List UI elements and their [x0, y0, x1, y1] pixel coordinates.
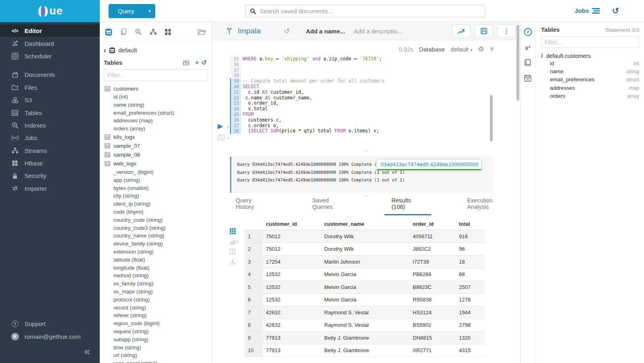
code-line-23[interactable]: 23 o.order_id,: [230, 101, 496, 106]
column-item[interactable]: time (string): [104, 344, 208, 352]
column-item[interactable]: longitude (float): [104, 264, 208, 272]
global-search[interactable]: [245, 5, 485, 17]
sidebar-item-security[interactable]: Security: [0, 169, 100, 182]
download-icon[interactable]: [230, 259, 239, 264]
column-item[interactable]: client_ip (string): [104, 200, 208, 208]
sidebar-item-hbase[interactable]: HBase: [0, 157, 100, 169]
result-row[interactable]: 842632Raymond S. VestalBS59022798: [245, 319, 485, 332]
assist-active-table[interactable]: i default.customers: [541, 53, 639, 59]
column-item[interactable]: orders (array): [104, 125, 208, 133]
column-item[interactable]: bytes (smallint): [104, 184, 208, 192]
column-item[interactable]: region_code (bigint): [104, 320, 208, 328]
functions-icon[interactable]: x²: [525, 44, 530, 51]
code-line-26[interactable]: 26 customers c,: [230, 118, 496, 123]
result-row[interactable]: 317254Martin JohnsonI72T3918: [245, 256, 485, 268]
database-source-icon[interactable]: [105, 28, 113, 36]
help-icon[interactable]: ?: [490, 46, 494, 53]
result-row[interactable]: 512532Melvin GarciaB8623C2507: [245, 281, 485, 294]
apps-grid-icon[interactable]: [165, 29, 171, 35]
sitemap-browse-icon[interactable]: [150, 29, 157, 35]
column-item[interactable]: latitude (float): [104, 256, 208, 264]
sidebar-item-support[interactable]: ? Support: [0, 318, 100, 330]
column-header-customer_name[interactable]: customer_name: [321, 221, 409, 227]
sidebar-item-importer[interactable]: Importer: [0, 182, 100, 195]
tab-execution-analysis[interactable]: Execution Analysis: [460, 197, 520, 215]
code-line-25[interactable]: 25FROM: [230, 112, 496, 118]
sidebar-item-tables[interactable]: Tables: [0, 106, 100, 119]
editor-scrollbar[interactable]: [490, 95, 493, 141]
column-item[interactable]: protocol (string): [104, 296, 208, 304]
result-row[interactable]: 175012Dorothy Wilk4056711918: [245, 230, 485, 243]
code-line-21[interactable]: 21 c.id AS customer_id,: [230, 90, 496, 95]
settings-gear-icon[interactable]: ⚙: [478, 45, 484, 54]
code-line-17[interactable]: 17: [230, 68, 496, 73]
column-header-order_id[interactable]: order_id: [409, 221, 456, 227]
tab-saved-queries[interactable]: Saved Queries: [305, 197, 356, 215]
jobs-link[interactable]: Jobs: [574, 7, 600, 14]
refresh-icon[interactable]: ↺: [202, 60, 207, 66]
code-line-24[interactable]: 24 v.total: [230, 106, 496, 112]
result-row[interactable]: 742632Raymond S. VestalHS31241944: [245, 306, 485, 319]
column-item[interactable]: country_code (string): [104, 216, 208, 224]
columns-view-icon[interactable]: [230, 249, 239, 254]
code-line-22[interactable]: 22 c.name AS customer_name,: [230, 95, 496, 101]
code-line-19[interactable]: 19-- Compute total amount per order for …: [230, 78, 496, 84]
column-item[interactable]: url (string): [104, 351, 208, 359]
chart-button[interactable]: [452, 25, 470, 38]
tab-results-106-[interactable]: Results (106): [385, 197, 431, 215]
assist-column-addresses[interactable]: addressesmap: [541, 84, 639, 92]
table-item-sample_07[interactable]: sample_07: [104, 142, 208, 151]
table-item-web_logs[interactable]: web_logs: [104, 159, 208, 168]
open-folder-icon[interactable]: [198, 28, 206, 35]
assist-column-id[interactable]: idint: [541, 59, 639, 67]
sidebar-item-jobs[interactable]: Jobs: [0, 132, 100, 144]
sidebar-item-s3[interactable]: S3: [0, 94, 100, 106]
chart-view-icon[interactable]: ▾: [230, 239, 239, 244]
assist-filter-input[interactable]: [541, 36, 639, 48]
add-table-icon[interactable]: +: [195, 60, 199, 66]
tab-query-history[interactable]: Query History: [229, 197, 276, 215]
new-query-button[interactable]: Query ▾: [109, 4, 155, 18]
column-item[interactable]: user_agent (string): [104, 359, 208, 363]
execute-options-caret[interactable]: ▾: [227, 125, 229, 129]
language-reference-icon[interactable]: [524, 59, 531, 66]
page-scrollbar[interactable]: [516, 25, 519, 101]
query-description-field[interactable]: Add a descriptio...: [354, 28, 402, 35]
column-header-customer_id[interactable]: customer_id: [263, 221, 321, 227]
column-item[interactable]: os_family (string): [104, 280, 208, 288]
grid-view-icon[interactable]: [230, 228, 239, 234]
sidebar-item-user[interactable]: R romain@gethue.com: [0, 330, 100, 343]
column-item[interactable]: id (int): [104, 93, 208, 101]
minimap-icon[interactable]: [218, 134, 225, 140]
column-item[interactable]: code (tinyint): [104, 208, 208, 216]
column-item[interactable]: app (string): [104, 176, 208, 184]
result-row[interactable]: 412532Melvin GarciaPB626868: [245, 268, 485, 281]
database-selector[interactable]: default ▾: [451, 46, 473, 53]
code-line-27[interactable]: 27 c.orders o,: [230, 123, 496, 129]
column-item[interactable]: record (string): [104, 304, 208, 312]
column-item[interactable]: country_code3 (string): [104, 224, 208, 232]
assist-column-email_preferences[interactable]: email_preferencesstruct: [541, 76, 639, 84]
search-browse-icon[interactable]: [135, 28, 142, 35]
sidebar-item-dashboard[interactable]: Dashboard: [0, 37, 100, 50]
sidebar-item-editor[interactable]: </>Editor: [0, 25, 100, 37]
query-history-icon[interactable]: ↺: [612, 6, 619, 16]
column-item[interactable]: city (string): [104, 192, 208, 200]
table-item-k8s_logs[interactable]: k8s_logs: [104, 133, 208, 142]
sidebar-item-files[interactable]: Files: [0, 81, 100, 94]
column-item[interactable]: country_name (string): [104, 232, 208, 240]
column-item[interactable]: name (string): [104, 101, 208, 109]
table-item-customers[interactable]: customers: [104, 84, 208, 93]
column-item[interactable]: addresses (map): [104, 117, 208, 125]
column-item[interactable]: method (string): [104, 272, 208, 280]
column-item[interactable]: extension (string): [104, 248, 208, 256]
execute-play-button[interactable]: ▶: [218, 123, 223, 130]
column-item[interactable]: os_major (string): [104, 288, 208, 296]
assist-column-orders[interactable]: ordersarray: [541, 92, 639, 100]
documents-source-icon[interactable]: [120, 28, 127, 35]
query-button-label[interactable]: Query: [109, 4, 144, 18]
job-id-popover[interactable]: 034d413ec7474ed5:4249de1000000000: [377, 159, 481, 170]
result-row[interactable]: 977913Betty J. GiambroneDN88151320: [245, 332, 485, 344]
code-line-16[interactable]: 16: [230, 62, 496, 68]
sql-code-editor[interactable]: 15WHERE a.key = 'shipping' and a.zip_cod…: [230, 56, 496, 134]
